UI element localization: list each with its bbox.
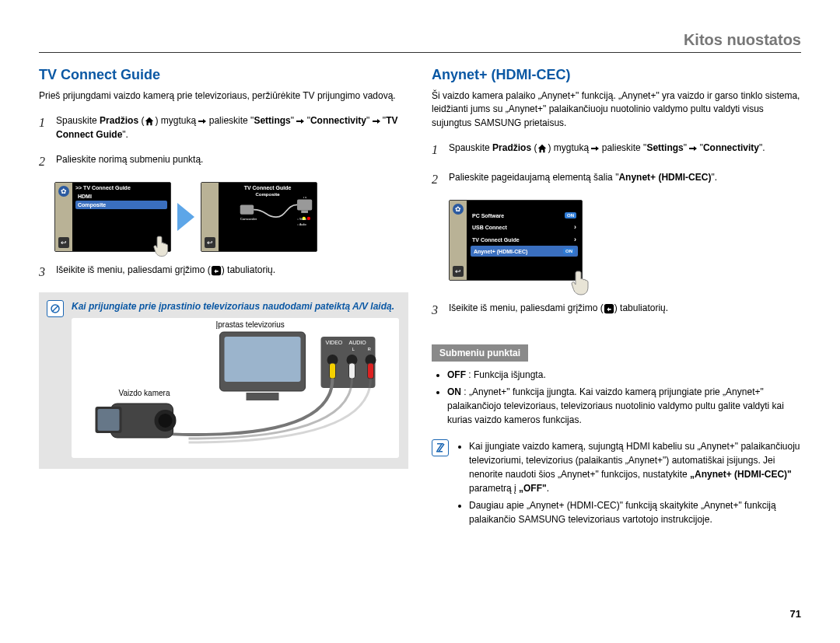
svg-point-4	[307, 217, 310, 220]
text: ".	[759, 142, 765, 153]
text: "	[684, 142, 690, 153]
text-bold: Pradžios	[492, 142, 531, 153]
right-step-1: 1 Spauskite Pradžios () mygtuką palieski…	[432, 141, 801, 159]
submenu-heading: Submeniu punktai	[432, 344, 528, 362]
svg-rect-27	[437, 443, 443, 445]
text: parametrą į	[469, 483, 519, 494]
step-number: 1	[432, 141, 441, 159]
camcorder-label: Camcorder	[240, 217, 257, 221]
svg-point-25	[159, 414, 173, 428]
off-label: OFF	[447, 369, 466, 380]
text: Išeikite iš meniu, paliesdami grįžimo (	[449, 302, 604, 313]
gear-icon: ✿	[453, 204, 464, 215]
screen-sidebar: ↩	[201, 183, 219, 251]
av-callout: Kai prijungiate prie įprastinio televizo…	[39, 292, 408, 469]
right-column: Anynet+ (HDMI-CEC) Ši vaizdo kamera pala…	[432, 67, 801, 529]
tv-label-text: Įprastas televizorius	[216, 320, 285, 329]
hand-tap-icon	[565, 267, 597, 298]
svg-text:○ Video: ○ Video	[297, 218, 306, 221]
left-step-3: 3 Išeikite iš meniu, paliesdami grįžimo …	[39, 263, 408, 281]
text: ".	[711, 172, 717, 183]
note-item-1: Kai įjungiate vaizdo kamerą, sujungtą HD…	[469, 439, 801, 495]
text-bold: Pradžios	[100, 115, 138, 126]
text: palieskite "	[206, 115, 254, 126]
svg-rect-12	[225, 337, 301, 382]
row-usb-connect: USB Connect ›	[469, 221, 579, 233]
screen-title: >> TV Connect Guide	[75, 185, 167, 190]
step-body: Išeikite iš meniu, paliesdami grįžimo ()…	[449, 301, 801, 320]
text-bold: Settings	[254, 115, 290, 126]
back-tab-icon: ↩	[205, 237, 215, 248]
step-body: Palieskite pageidaujamą elementą šalia "…	[449, 170, 801, 189]
text-bold: Settings	[646, 142, 683, 153]
svg-text:○ Audio: ○ Audio	[297, 223, 306, 226]
illustration-row: ✿ ↩ >> TV Connect Guide HDMI Composite ↩	[54, 182, 408, 252]
audio-label: AUDIO	[349, 340, 367, 345]
note-badge-icon	[432, 439, 449, 456]
text: Palieskite pageidaujamą elementą šalia "	[449, 172, 618, 183]
svg-rect-28	[436, 451, 443, 453]
toggle-on-badge: ON	[565, 212, 576, 218]
note-item-2: Daugiau apie „Anynet+ (HDMI-CEC)" funkci…	[469, 498, 801, 526]
tv-connect-heading: TV Connect Guide	[39, 67, 408, 83]
text: Spauskite	[449, 142, 492, 153]
connectivity-screen-wrap: ✿ ↩ > Connectivity PC Software ON USB Co…	[449, 200, 583, 281]
text: ) mygtuką	[155, 115, 198, 126]
connection-diagram-icon: Camcorder TV ○ Video ○ Audio	[239, 197, 313, 231]
return-icon	[211, 265, 222, 276]
video-label: VIDEO	[326, 340, 343, 345]
svg-rect-18	[330, 363, 336, 379]
svg-rect-19	[349, 363, 355, 379]
text: (	[138, 115, 144, 126]
right-step-3: 3 Išeikite iš meniu, paliesdami grįžimo …	[432, 301, 801, 320]
connectivity-screen: ✿ ↩ > Connectivity PC Software ON USB Co…	[449, 200, 583, 281]
step-number: 3	[39, 263, 48, 281]
off-text: : Funkcija išjungta.	[466, 369, 546, 380]
screen-sidebar: ✿ ↩	[55, 183, 72, 251]
arrow-icon	[689, 145, 697, 152]
text: ) tabuliatorių.	[222, 264, 275, 275]
step-body: Išeikite iš meniu, paliesdami grįžimo ()…	[56, 263, 408, 281]
text: .	[547, 483, 549, 494]
device-screen-menu: ✿ ↩ >> TV Connect Guide HDMI Composite	[54, 182, 171, 252]
menu-item-composite: Composite	[75, 201, 167, 209]
step-number: 2	[39, 152, 48, 171]
arrow-icon	[198, 117, 206, 125]
screen-sidebar: ✿ ↩	[450, 201, 467, 280]
home-icon	[144, 116, 155, 127]
submenu-list: OFF : Funkcija išjungta. ON : „Anynet+" …	[436, 368, 801, 427]
arrow-icon	[591, 145, 599, 152]
chevron-right-icon: ›	[574, 223, 576, 231]
step-number: 3	[432, 301, 441, 320]
on-text: : „Anynet+" funkcija įjungta. Kai vaizdo…	[447, 386, 784, 425]
text-bold: „OFF"	[519, 483, 547, 494]
text: (	[531, 142, 537, 153]
svg-rect-13	[247, 393, 279, 400]
toggle-on-badge: ON	[563, 248, 575, 254]
text: "	[304, 115, 310, 126]
step-body: Spauskite Pradžios () mygtuką palieskite…	[56, 114, 408, 142]
text: ) mygtuką	[548, 142, 591, 153]
submenu-item-off: OFF : Funkcija išjungta.	[447, 368, 801, 382]
step-number: 2	[432, 170, 441, 189]
device-screen-diagram: ↩ TV Connect Guide Composite Camcorder	[201, 182, 317, 252]
step-number: 1	[39, 114, 48, 142]
text: "	[291, 115, 297, 126]
anynet-intro: Ši vaizdo kamera palaiko „Anynet+" funkc…	[432, 89, 801, 130]
play-arrow-icon	[177, 203, 194, 231]
text: "	[697, 142, 703, 153]
info-badge-icon	[47, 300, 64, 317]
callout-title: Kai prijungiate prie įprastinio televizo…	[72, 300, 399, 313]
av-diagram: Įprastas televizorius VIDEO AUDIO L R	[72, 318, 399, 458]
gear-icon: ✿	[58, 186, 69, 197]
step-body: Palieskite norimą submeniu punktą.	[56, 152, 408, 171]
text-bold: Anynet+ (HDMI-CEC)	[618, 172, 711, 183]
text-bold: „Anynet+ (HDMI-CEC)"	[690, 469, 792, 480]
text: ".	[122, 129, 128, 140]
row-pc-software: PC Software ON	[469, 210, 579, 221]
arrow-icon	[296, 117, 304, 125]
svg-rect-1	[297, 200, 312, 211]
text-bold: Connectivity	[310, 115, 366, 126]
row-label: USB Connect	[472, 225, 507, 230]
home-icon	[537, 143, 548, 154]
